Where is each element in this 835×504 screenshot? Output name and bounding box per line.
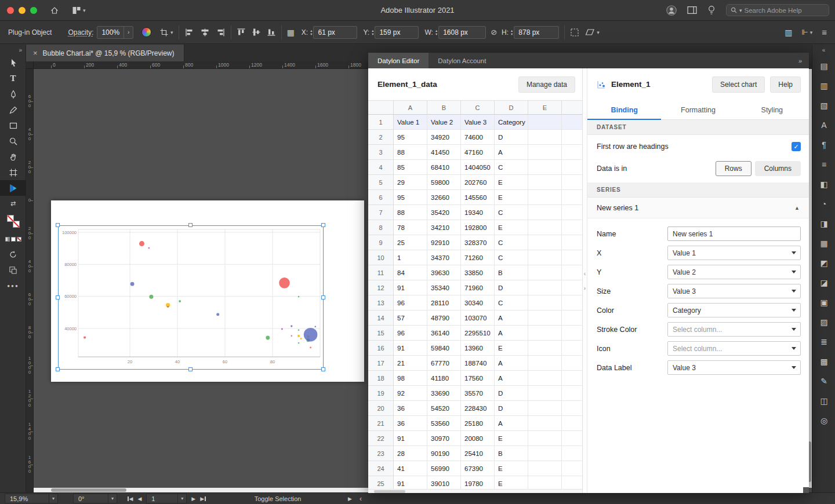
collapse-series-icon[interactable]: ▲: [794, 205, 800, 211]
y-input[interactable]: 159 px: [375, 26, 419, 39]
fill-stroke-indicator[interactable]: [0, 211, 26, 231]
zoom-window-button[interactable]: [30, 7, 37, 14]
first-artboard-button[interactable]: ◀: [128, 496, 133, 502]
selection-handle-se[interactable]: [321, 367, 325, 371]
help-button[interactable]: Help: [770, 76, 801, 93]
align-bottom-button[interactable]: [267, 27, 276, 37]
row-header-22[interactable]: 22: [368, 431, 394, 446]
character-panel-icon[interactable]: A: [812, 116, 835, 134]
cell-partial[interactable]: [562, 220, 582, 235]
type-tool[interactable]: T: [0, 71, 26, 86]
cell-E17[interactable]: [528, 356, 562, 371]
tab-styling[interactable]: Styling: [735, 100, 809, 119]
cell-C6[interactable]: 145560: [461, 190, 495, 205]
cell-C11[interactable]: 33850: [461, 265, 495, 280]
row-header-15[interactable]: 15: [368, 326, 394, 341]
cell-A6[interactable]: 95: [394, 190, 427, 205]
distribute-button[interactable]: ▦: [287, 28, 295, 37]
cell-D14[interactable]: A: [495, 311, 528, 326]
selection-handle-s[interactable]: [188, 367, 193, 371]
control-bar-menu-button[interactable]: ≡: [822, 27, 827, 37]
help-search-field[interactable]: ▾ Search Adobe Help: [726, 4, 829, 16]
cell-B20[interactable]: 54520: [427, 401, 461, 416]
cell-D4[interactable]: C: [495, 160, 528, 175]
cell-D12[interactable]: D: [495, 280, 528, 295]
cell-D16[interactable]: E: [495, 341, 528, 356]
cell-C17[interactable]: 188740: [461, 356, 495, 371]
cell-A13[interactable]: 96: [394, 295, 427, 311]
cell-partial[interactable]: [562, 446, 582, 461]
last-artboard-button[interactable]: ▶: [200, 496, 205, 502]
home-button[interactable]: [50, 6, 59, 15]
x-select[interactable]: Value 1: [667, 246, 801, 260]
cell-A10[interactable]: 1: [394, 250, 427, 265]
row-header-8[interactable]: 8: [368, 220, 394, 235]
cell-D18[interactable]: A: [495, 371, 528, 386]
datylon-chart-tool[interactable]: [0, 180, 26, 196]
stroke-panel-icon[interactable]: ≣: [812, 333, 835, 350]
cell-partial[interactable]: [562, 130, 582, 145]
expand-tools-button[interactable]: »: [0, 45, 26, 55]
layers-panel-icon[interactable]: ▧: [812, 97, 835, 114]
cell-B2[interactable]: 34920: [427, 130, 461, 145]
column-header-A[interactable]: A: [394, 101, 427, 115]
cell-E2[interactable]: [528, 130, 562, 145]
cell-E24[interactable]: [528, 461, 562, 476]
cell-C14[interactable]: 103070: [461, 311, 495, 326]
cell-E8[interactable]: [528, 220, 562, 235]
cell-partial[interactable]: [562, 461, 582, 476]
zoom-select[interactable]: 15,9% ▾: [5, 494, 58, 503]
cell-C20[interactable]: 228430: [461, 401, 495, 416]
name-input[interactable]: New series 1: [667, 227, 801, 241]
align-top-button[interactable]: [237, 27, 246, 37]
artboards-panel-icon[interactable]: ▣: [812, 294, 835, 311]
panel-toggle-icon[interactable]: [687, 6, 697, 14]
cell-E13[interactable]: [528, 295, 562, 311]
cell-D8[interactable]: E: [495, 220, 528, 235]
cell-C1[interactable]: Value 3: [461, 115, 495, 130]
brushes-panel-icon[interactable]: ✎: [812, 372, 835, 390]
cell-D9[interactable]: C: [495, 235, 528, 250]
collapse-right-icon[interactable]: ›: [584, 285, 586, 291]
cell-C5[interactable]: 202760: [461, 175, 495, 190]
cell-E22[interactable]: [528, 431, 562, 446]
color-select[interactable]: Category: [667, 303, 801, 317]
cell-partial[interactable]: [562, 280, 582, 295]
cell-C4[interactable]: 1404050: [461, 160, 495, 175]
graphic-styles-panel-icon[interactable]: ◩: [812, 254, 835, 272]
transform-presets-button[interactable]: ▾: [159, 28, 173, 37]
hand-tool[interactable]: [0, 149, 26, 165]
cell-B5[interactable]: 59800: [427, 175, 461, 190]
selection-handle-e[interactable]: [321, 295, 325, 300]
panel-resize-grip[interactable]: [803, 487, 809, 493]
symbols-panel-icon[interactable]: ◪: [812, 274, 835, 291]
cell-A23[interactable]: 28: [394, 446, 427, 461]
document-tab[interactable]: × Bubble Chart.ai* @ 15,9 % (RGB/Preview…: [26, 45, 184, 61]
cell-partial[interactable]: [562, 145, 582, 160]
vertical-ruler[interactable]: 60040020002004006008001000120014001600: [26, 69, 34, 492]
cell-E19[interactable]: [528, 386, 562, 401]
selection-handle-ne[interactable]: [321, 223, 325, 227]
row-header-21[interactable]: 21: [368, 416, 394, 431]
cell-E14[interactable]: [528, 311, 562, 326]
zoom-tool[interactable]: [0, 133, 26, 149]
cell-partial[interactable]: [562, 431, 582, 446]
cell-partial[interactable]: [562, 311, 582, 326]
appearance-panel-icon[interactable]: ▦: [812, 235, 835, 252]
rectangle-tool[interactable]: [0, 118, 26, 133]
cell-E16[interactable]: [528, 341, 562, 356]
cell-B10[interactable]: 34370: [427, 250, 461, 265]
cell-D15[interactable]: A: [495, 326, 528, 341]
minimize-window-button[interactable]: [19, 7, 26, 14]
cell-A8[interactable]: 78: [394, 220, 427, 235]
cell-A16[interactable]: 91: [394, 341, 427, 356]
cell-B17[interactable]: 67770: [427, 356, 461, 371]
column-header-E[interactable]: E: [528, 101, 562, 115]
align-right-button[interactable]: [216, 28, 226, 37]
row-header-20[interactable]: 20: [368, 401, 394, 416]
cell-D10[interactable]: C: [495, 250, 528, 265]
cell-A14[interactable]: 57: [394, 311, 427, 326]
cell-B9[interactable]: 92910: [427, 235, 461, 250]
cell-B8[interactable]: 34210: [427, 220, 461, 235]
cell-B19[interactable]: 33690: [427, 386, 461, 401]
